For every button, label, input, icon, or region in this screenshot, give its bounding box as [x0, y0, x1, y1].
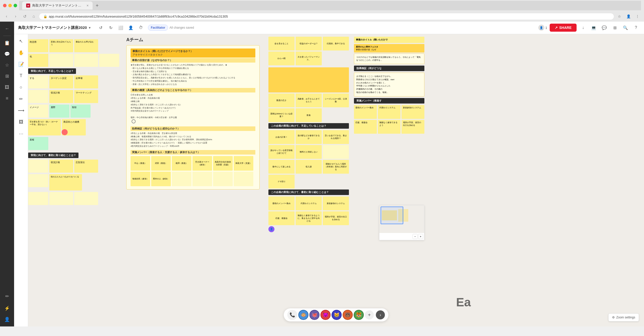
member-empty-4[interactable]	[234, 172, 253, 186]
member-aizawa[interactable]: 相澤（推進）	[172, 156, 191, 171]
rf-1[interactable]: 最初のメンバー集め	[268, 197, 295, 210]
sticky-f5[interactable]	[74, 192, 98, 205]
frs-2[interactable]: 代替わりシステム	[378, 105, 401, 119]
avatar-3[interactable]: 😈	[320, 310, 331, 320]
sticky-venue[interactable]: 起事場	[74, 75, 98, 88]
ri-4[interactable]: 誰がやっている星空情報と紐づけて	[268, 145, 295, 159]
r-sticky-6[interactable]: 数度の広さ	[268, 93, 295, 107]
tool-more[interactable]: ⋯	[16, 129, 26, 139]
sticky-f4[interactable]	[49, 192, 73, 205]
sidebar-lightning-icon[interactable]: ⚡	[2, 303, 12, 313]
sticky-advert[interactable]: 広告宣伝	[74, 160, 98, 173]
minimize-button[interactable]	[8, 4, 12, 7]
far-right-effect[interactable]: まず揃える（ここ）を組み立てながら、 関係者をどれだけ揃えてきたか確認。star…	[354, 73, 424, 97]
r-sticky-2[interactable]: 収益のボーダーは？	[296, 37, 322, 51]
redo-button[interactable]: ↻	[107, 24, 115, 32]
r-sticky-7[interactable]: 高齢者、お子さんにきてもらう	[296, 93, 322, 107]
url-input[interactable]: 🔒 app.mural.co/t/futuresessions6129/m/fu…	[39, 13, 614, 20]
minimap-viewport[interactable]	[381, 207, 403, 224]
title-dropdown-icon[interactable]: ▾	[89, 26, 91, 30]
member-outside[interactable]: 県外の人（参加）	[151, 172, 171, 186]
chat-icon[interactable]: 💬	[600, 24, 608, 32]
maximize-button[interactable]	[14, 4, 17, 7]
sticky-marketing[interactable]: マーケティング	[74, 90, 98, 103]
undo-button[interactable]: ↺	[97, 24, 105, 32]
sticky-left-3[interactable]: 都会の人も呼び込む	[74, 39, 98, 52]
ri-9[interactable]: ドサ回り	[268, 175, 295, 188]
avatar-5[interactable]: 🐻	[343, 310, 353, 320]
help-icon[interactable]: ?	[632, 24, 640, 32]
sidebar-favorites-icon[interactable]: ☆	[2, 60, 12, 70]
member-takeda[interactable]: 武田（推進）	[151, 156, 171, 171]
r-sticky-5[interactable]: 火を使ったパフォーマンス、	[296, 52, 322, 65]
sticky-left-2[interactable]: 若者に街を訪れてもらう	[49, 39, 73, 52]
timer-icon[interactable]: 👤	[127, 24, 135, 32]
back-button[interactable]: ‹	[3, 13, 10, 20]
sidebar-back-icon[interactable]: ←	[2, 24, 12, 34]
sticky-left-5[interactable]	[49, 54, 73, 67]
sticky-wakasa[interactable]: 若桜	[28, 137, 48, 150]
close-button[interactable]	[3, 4, 7, 7]
profile-icon[interactable]: 👤	[625, 13, 632, 20]
far-right-desc[interactable]: コロナのもとでも地域の文化活動を知ってもらう。それによって「電気をつけたことの」…	[354, 54, 424, 64]
sticky-image[interactable]: イメージ	[28, 105, 48, 118]
r-large-yellow[interactable]	[268, 67, 349, 92]
sticky-f3[interactable]	[28, 192, 48, 205]
sticky-left-7[interactable]	[99, 54, 119, 67]
sticky-f1[interactable]	[28, 160, 48, 173]
ri-2[interactable]: 道の駅などが参加できるか	[296, 130, 322, 144]
sidebar-outline-icon[interactable]: 📋	[2, 38, 12, 48]
add-participant-button[interactable]: +	[365, 310, 374, 319]
minimap-minus[interactable]: −	[413, 234, 418, 239]
member-local[interactable]: 地域住民（参加）	[131, 172, 150, 186]
minimap-plus[interactable]: +	[418, 234, 423, 239]
home-button[interactable]: ⌂	[30, 13, 37, 20]
next-button[interactable]: ›	[376, 310, 385, 319]
rf-5[interactable]: 無能なく参加できるように、集まる人に背中を向ける	[296, 211, 322, 225]
ri-5[interactable]: 無料だと持続しない	[296, 145, 322, 159]
r-sticky-4[interactable]: わらべ唄	[268, 52, 295, 65]
frs-3[interactable]: 新規参加のシステム	[401, 105, 424, 119]
sticky-connect[interactable]: 街の人たちとつながりをつくる	[49, 174, 82, 190]
r-sticky-3[interactable]: 幻想的、集中できる	[323, 37, 349, 51]
sidebar-list-icon[interactable]: ≡	[2, 93, 12, 103]
rf-3[interactable]: 新規参加のシステム	[323, 197, 349, 210]
phone-button[interactable]: 📞	[287, 310, 297, 320]
r-sticky-10[interactable]: 飲食	[296, 108, 322, 122]
sticky-chizu[interactable]: 智頭	[70, 105, 91, 118]
ri-1[interactable]: お金の計算！	[268, 130, 295, 144]
laptop-icon[interactable]: 💻	[590, 24, 598, 32]
avatar-4[interactable]: 😸	[332, 310, 342, 320]
sidebar-grid-icon[interactable]: ⊞	[2, 71, 12, 81]
ri-3[interactable]: 言いお金でできる、集まれる場所？	[323, 130, 349, 144]
member-empty-2[interactable]	[192, 172, 212, 186]
tab-close-icon[interactable]: ×	[87, 4, 89, 8]
avatar-2[interactable]: 🐙	[309, 310, 319, 320]
tool-pen[interactable]: ✏	[16, 94, 26, 104]
member-empty-3[interactable]	[213, 172, 233, 186]
tool-hand[interactable]: ✋	[16, 48, 26, 58]
sticky-left-6[interactable]	[74, 54, 98, 67]
ri-7[interactable]: 収入源	[296, 160, 322, 174]
zoom-settings-button[interactable]: ⚙ Zoom settings	[608, 313, 639, 321]
avatar-6[interactable]: 🐯	[354, 310, 364, 320]
rf-2[interactable]: 代替わりシステム	[296, 197, 322, 210]
far-right-title[interactable]: 事業のタイトル（聞いただけで	[354, 37, 424, 43]
tool-image[interactable]: 🖼	[16, 117, 26, 127]
frs-4[interactable]: 応援、後援会	[354, 120, 377, 134]
r-sticky-1[interactable]: 金を見せること	[268, 37, 295, 51]
sticky-left-4[interactable]: 化	[28, 54, 48, 67]
ri-6[interactable]: 集中にして楽しめる	[268, 160, 295, 174]
refresh-button[interactable]: ↺	[21, 13, 28, 20]
tool-select[interactable]: ↖	[16, 36, 26, 46]
clock-icon[interactable]: ⏱	[137, 24, 145, 32]
new-tab-button[interactable]: +	[94, 2, 101, 9]
member-akiya-owner[interactable]: 空き家オーナー（参加）	[192, 156, 212, 171]
avatar-1[interactable]: 🐵	[298, 310, 308, 320]
forward-button[interactable]: ›	[12, 13, 19, 20]
far-right-event[interactable]: 星空のもと野外フェスタ 事業の目指す姿（なぜ	[354, 44, 424, 53]
sticky-do[interactable]: する	[28, 75, 48, 88]
download-button[interactable]: ↓	[579, 24, 587, 32]
ri-8[interactable]: 開催させてもらう場所（所有者）意向に同意する	[323, 160, 349, 174]
view-icon[interactable]: ⊞	[611, 24, 619, 32]
